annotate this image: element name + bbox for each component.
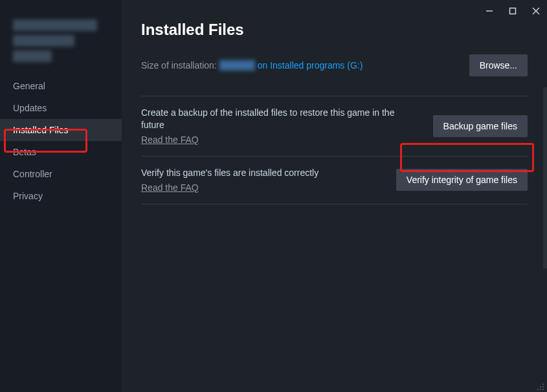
- installation-size-text: Size of installation: on Installed progr…: [141, 60, 363, 71]
- backup-faq-link[interactable]: Read the FAQ: [141, 135, 199, 145]
- verify-section: Verify this game's files are installed c…: [141, 157, 528, 204]
- verify-button[interactable]: Verify integrity of game files: [396, 169, 528, 191]
- svg-rect-1: [510, 8, 516, 14]
- verify-description: Verify this game's files are installed c…: [141, 167, 383, 179]
- svg-point-5: [540, 386, 541, 387]
- sidebar-item-controller[interactable]: Controller: [0, 163, 122, 185]
- sidebar: General Updates Installed Files Betas Co…: [0, 0, 122, 392]
- svg-point-7: [537, 389, 539, 390]
- scrollbar-track: [543, 87, 547, 268]
- size-label: Size of installation:: [141, 60, 217, 71]
- svg-point-9: [542, 389, 544, 390]
- sidebar-item-betas[interactable]: Betas: [0, 141, 122, 163]
- installation-location-link[interactable]: on Installed programs (G:): [258, 60, 363, 71]
- page-title: Installed Files: [141, 21, 528, 39]
- sidebar-item-updates[interactable]: Updates: [0, 97, 122, 119]
- svg-point-4: [542, 384, 544, 385]
- sidebar-item-general[interactable]: General: [0, 75, 122, 97]
- resize-grip-icon[interactable]: [537, 382, 544, 389]
- verify-faq-link[interactable]: Read the FAQ: [141, 182, 199, 193]
- main-content: Installed Files Size of installation: on…: [122, 0, 547, 392]
- redacted-size-value: [219, 60, 255, 71]
- backup-button[interactable]: Backup game files: [433, 115, 528, 137]
- svg-point-8: [540, 389, 541, 390]
- minimize-icon[interactable]: [484, 5, 495, 17]
- game-title-area: [0, 13, 122, 75]
- redacted-text: [13, 35, 74, 47]
- backup-section: Create a backup of the installed files t…: [141, 96, 528, 156]
- redacted-text: [13, 50, 52, 62]
- svg-point-6: [542, 386, 544, 387]
- sidebar-item-installed-files[interactable]: Installed Files: [0, 119, 122, 141]
- sidebar-item-privacy[interactable]: Privacy: [0, 185, 122, 207]
- close-icon[interactable]: [530, 5, 542, 17]
- divider: [141, 204, 528, 204]
- backup-description: Create a backup of the installed files t…: [141, 107, 420, 131]
- browse-button[interactable]: Browse...: [469, 54, 528, 76]
- maximize-icon[interactable]: [507, 5, 519, 17]
- nav-list: General Updates Installed Files Betas Co…: [0, 75, 122, 207]
- redacted-text: [13, 19, 97, 31]
- installation-size-row: Size of installation: on Installed progr…: [141, 54, 528, 76]
- window-controls: [484, 5, 542, 17]
